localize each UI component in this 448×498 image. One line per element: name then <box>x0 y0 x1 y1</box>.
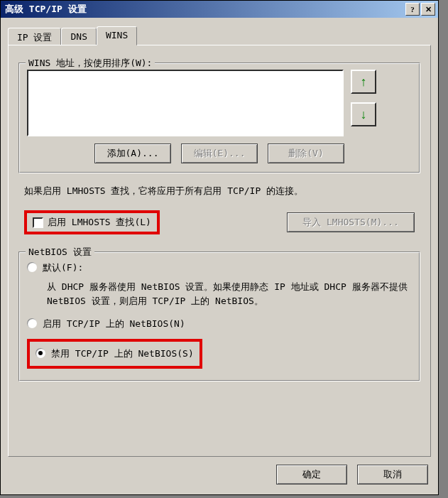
netbios-default-radio-row[interactable]: 默认(F): <box>27 261 412 274</box>
netbios-legend: NetBIOS 设置 <box>26 246 94 259</box>
lmhosts-info-text: 如果启用 LMHOSTS 查找，它将应用于所有启用 TCP/IP 的连接。 <box>24 185 415 197</box>
netbios-enable-label: 启用 TCP/IP 上的 NetBIOS(N) <box>43 318 185 330</box>
dialog-window: 高级 TCP/IP 设置 ? ✕ IP 设置 DNS WINS WINS 地址，… <box>0 0 439 495</box>
highlight-lmhosts: 启用 LMHOSTS 查找(L) <box>24 210 160 234</box>
help-button[interactable]: ? <box>405 3 420 16</box>
window-title: 高级 TCP/IP 设置 <box>4 3 405 16</box>
wins-address-listbox[interactable] <box>27 70 344 136</box>
tab-panel-wins: WINS 地址，按使用排序(W): ↑ ↓ 添加(A)... 编辑(E)... <box>8 45 431 457</box>
wins-buttons-row: 添加(A)... 编辑(E)... 删除(V) <box>27 144 412 163</box>
cancel-button[interactable]: 取消 <box>357 465 428 485</box>
move-up-button[interactable]: ↑ <box>351 70 376 94</box>
move-down-button[interactable]: ↓ <box>351 102 376 126</box>
ok-button[interactable]: 确定 <box>276 465 347 485</box>
edit-button[interactable]: 编辑(E)... <box>181 144 258 163</box>
netbios-disable-radio[interactable] <box>35 348 45 358</box>
dialog-content: IP 设置 DNS WINS WINS 地址，按使用排序(W): ↑ ↓ <box>1 18 438 494</box>
netbios-enable-radio[interactable] <box>27 318 37 328</box>
lmhosts-row: 启用 LMHOSTS 查找(L) 导入 LMHOSTS(M)... <box>24 210 415 234</box>
netbios-group: NetBIOS 设置 默认(F): 从 DHCP 服务器使用 NetBIOS 设… <box>18 247 420 381</box>
tab-dns[interactable]: DNS <box>61 28 96 47</box>
add-button[interactable]: 添加(A)... <box>94 144 171 163</box>
tab-ip-settings[interactable]: IP 设置 <box>8 28 61 47</box>
wins-address-legend: WINS 地址，按使用排序(W): <box>26 57 155 70</box>
enable-lmhosts-checkbox[interactable] <box>33 217 43 228</box>
enable-lmhosts-checkbox-row[interactable]: 启用 LMHOSTS 查找(L) <box>33 216 151 229</box>
import-lmhosts-button[interactable]: 导入 LMHOSTS(M)... <box>287 212 415 232</box>
netbios-default-radio[interactable] <box>27 262 37 272</box>
netbios-disable-radio-row[interactable]: 禁用 TCP/IP 上的 NetBIOS(S) <box>34 343 195 364</box>
wins-address-group: WINS 地址，按使用排序(W): ↑ ↓ 添加(A)... 编辑(E)... <box>18 58 420 173</box>
netbios-default-label: 默认(F): <box>43 261 83 274</box>
netbios-disable-label: 禁用 TCP/IP 上的 NetBIOS(S) <box>51 347 194 360</box>
netbios-default-description: 从 DHCP 服务器使用 NetBIOS 设置。如果使用静态 IP 地址或 DH… <box>47 280 412 308</box>
netbios-enable-radio-row[interactable]: 启用 TCP/IP 上的 NetBIOS(N) <box>27 318 412 330</box>
arrow-down-icon: ↓ <box>361 107 367 122</box>
close-button[interactable]: ✕ <box>421 3 435 16</box>
reorder-buttons: ↑ ↓ <box>351 70 376 126</box>
dialog-footer-buttons: 确定 取消 <box>8 465 431 485</box>
arrow-up-icon: ↑ <box>361 75 367 90</box>
enable-lmhosts-label: 启用 LMHOSTS 查找(L) <box>48 216 151 229</box>
delete-button[interactable]: 删除(V) <box>268 144 344 163</box>
titlebar: 高级 TCP/IP 设置 ? ✕ <box>1 1 438 18</box>
highlight-disable-netbios: 禁用 TCP/IP 上的 NetBIOS(S) <box>27 339 202 369</box>
tab-wins[interactable]: WINS <box>97 26 137 45</box>
tab-strip: IP 设置 DNS WINS <box>8 26 431 45</box>
titlebar-buttons: ? ✕ <box>405 3 435 16</box>
